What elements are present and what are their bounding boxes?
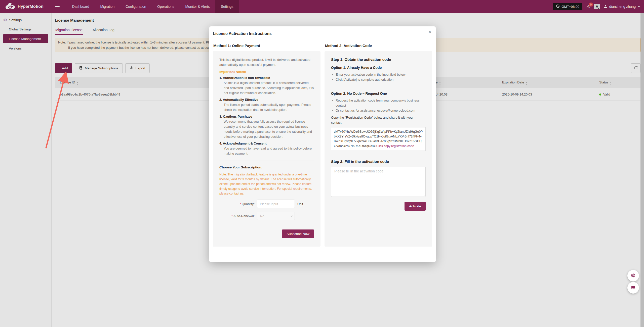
method2-panel: Step 1: Obtain the activation code Optio… (325, 51, 432, 247)
unit-label: Unit (297, 202, 307, 206)
method2-heading: Method 2: Activation Code (325, 43, 432, 48)
option1-bullets: Enter your activation code in the input … (332, 72, 426, 82)
book-icon (631, 285, 636, 291)
assistant-robot-button[interactable] (627, 270, 639, 282)
auto-renewal-row: *Auto-Renewal: No (219, 212, 307, 220)
app-root: HyperMotion Dashboard Migration Configur… (0, 0, 644, 327)
method1-panel: This is a digital license product. It wi… (213, 51, 320, 247)
important-notes-label: Important Notes: (219, 70, 314, 74)
quantity-label: Quantity: (242, 202, 255, 206)
divider (219, 161, 314, 161)
activation-code-textarea[interactable] (331, 167, 426, 197)
docs-book-button[interactable] (627, 282, 639, 294)
bullet-item: Click [Activate] to complete authorizati… (332, 77, 426, 82)
note-item: 3. Cautious Purchase We recommend that y… (219, 114, 314, 139)
modal-title: License Activation Instructions (213, 31, 432, 36)
auto-renewal-select[interactable]: No (257, 212, 295, 220)
copy-registration-code-link[interactable]: Click copy registration code (376, 144, 414, 148)
option1-heading: Option 1: Already Have a Code (331, 66, 426, 70)
divider (331, 87, 426, 87)
note-item: 4. Acknowledgment & Consent You are deem… (219, 141, 314, 156)
chevron-down-icon (290, 214, 293, 217)
subscribe-now-button[interactable]: Subscribe Now (282, 229, 314, 238)
note-item: 1. Authorization is non-revocable As thi… (219, 75, 314, 96)
subscription-note: Note: The migration/failback feature is … (219, 172, 314, 196)
bullet-item: Or contact us for assistance: ecosys@one… (332, 108, 426, 113)
option2-bullets: Request the activation code from your co… (332, 98, 426, 113)
method1-heading: Method 1: Online Payment (213, 43, 320, 48)
bullet-item: Enter your activation code in the input … (332, 72, 426, 77)
method1-column: Method 1: Online Payment This is a digit… (213, 43, 320, 247)
note-item: 2. Automatically Effective The license p… (219, 97, 314, 112)
step1-heading: Step 1: Obtain the activation code (331, 57, 426, 62)
copy-instruction: Copy the "Registration Code" below and s… (331, 115, 426, 125)
quantity-row: *Quantity: Unit (219, 200, 307, 208)
license-activation-modal: License Activation Instructions ✕ Method… (209, 26, 436, 262)
auto-renewal-label: Auto-Renewal: (233, 214, 255, 218)
robot-icon (630, 272, 636, 279)
bullet-item: Request the activation code from your co… (332, 98, 426, 108)
divider (219, 225, 314, 225)
registration-code-box: dMTv60YhvWDzGBowUOG7jKq3WtpPPh+KyZfanUZI… (331, 127, 426, 151)
method1-intro: This is a digital license product. It wi… (219, 57, 314, 67)
method2-column: Method 2: Activation Code Step 1: Obtain… (325, 43, 432, 247)
close-icon[interactable]: ✕ (428, 30, 432, 34)
option2-heading: Option 2: No Code – Request One (331, 91, 426, 96)
step2-heading: Step 2: Fill in the activation code (331, 159, 426, 164)
activate-button[interactable]: Activate (405, 202, 426, 211)
subscription-heading: Choose Your Subscription: (219, 165, 314, 169)
quantity-input[interactable] (257, 200, 295, 208)
